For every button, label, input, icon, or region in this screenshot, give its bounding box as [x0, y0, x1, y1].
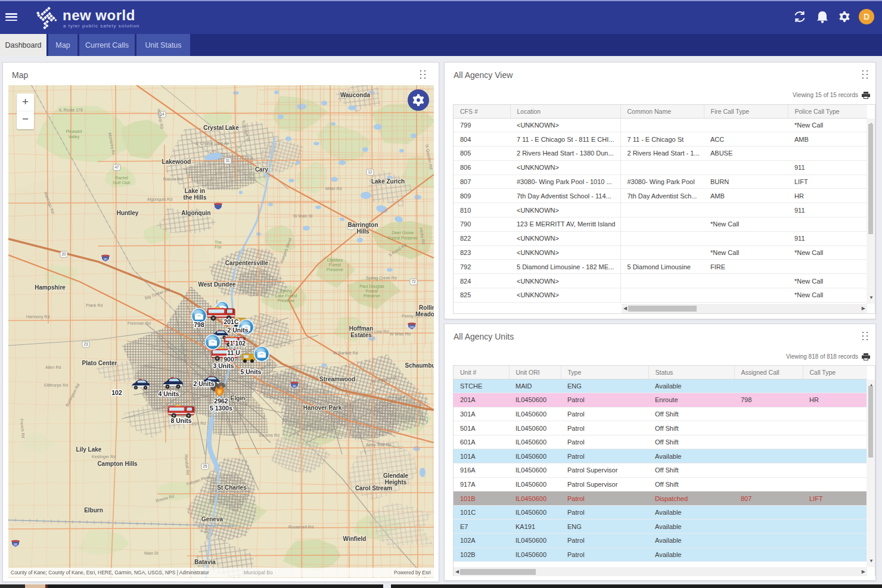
svg-text:2 Units: 2 Units	[193, 380, 214, 387]
svg-text:201C: 201C	[223, 318, 239, 325]
svg-text:3 Units: 3 Units	[213, 362, 234, 369]
svg-text:D: D	[864, 12, 869, 21]
svg-text:1 102: 1 102	[230, 340, 246, 347]
svg-text:102: 102	[111, 389, 122, 396]
svg-text:2 Units: 2 Units	[227, 326, 248, 334]
svg-text:4 Units: 4 Units	[158, 390, 179, 397]
svg-text:2962: 2962	[214, 397, 228, 405]
svg-text:8 Units: 8 Units	[170, 417, 191, 424]
svg-text:5 Units: 5 Units	[240, 368, 261, 375]
svg-text:5 1300s: 5 1300s	[210, 405, 232, 412]
svg-text:798: 798	[194, 321, 204, 328]
